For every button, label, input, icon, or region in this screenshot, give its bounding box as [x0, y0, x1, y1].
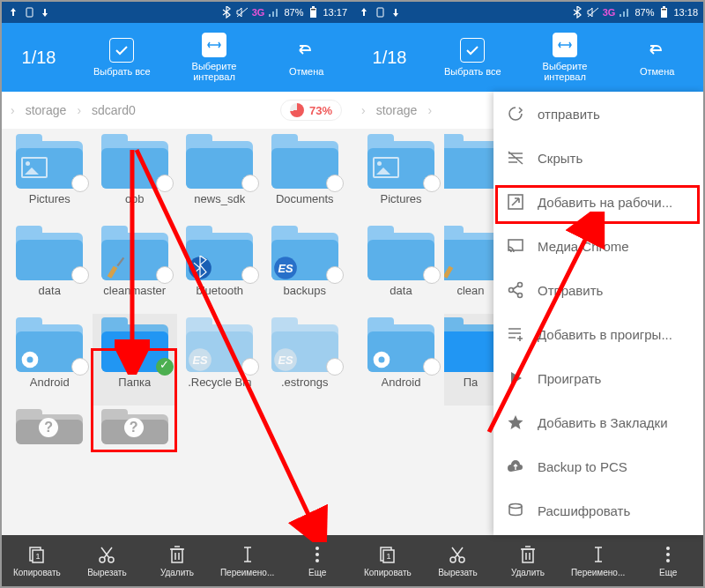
menu-hide[interactable]: Скрыть [494, 136, 703, 180]
select-circle[interactable] [423, 266, 441, 284]
folder-item[interactable]: data [7, 222, 93, 314]
folder-item[interactable]: news_sdk [177, 130, 263, 222]
chevron-right-icon: › [5, 103, 20, 117]
select-circle[interactable] [71, 175, 89, 192]
svg-point-42 [509, 504, 522, 509]
folder-item[interactable] [444, 130, 497, 222]
selection-counter: 1/18 [352, 48, 427, 68]
menu-play[interactable]: Проиграть [494, 356, 703, 400]
rename-button[interactable]: Переимено... [212, 535, 283, 586]
undo-icon [645, 38, 670, 63]
folder-item[interactable]: clean [444, 222, 497, 314]
folder-item[interactable]: Android [7, 314, 93, 406]
folder-item[interactable]: Pictures [358, 130, 444, 222]
more-vert-icon [307, 544, 328, 565]
menu-media-chrome[interactable]: Медиа Chrome [494, 224, 703, 268]
screenshot-right: 3G 87% 13:18 1/18 Выбрать все Выберите и… [352, 2, 703, 586]
menu-backup[interactable]: Backup to PCS [494, 444, 703, 488]
folder-item[interactable]: Pictures [7, 130, 93, 222]
copy-button[interactable]: 1Копировать [352, 535, 423, 586]
cut-button[interactable]: Вырезать [423, 535, 494, 586]
select-all-button[interactable]: Выбрать все [76, 34, 168, 80]
more-button[interactable]: Еще [633, 535, 703, 586]
folder-item[interactable]: ? [93, 406, 178, 448]
menu-share[interactable]: Отправить [494, 268, 703, 312]
select-circle[interactable] [423, 175, 441, 192]
trash-icon [167, 544, 188, 565]
cancel-button[interactable]: Отмена [260, 34, 352, 80]
cut-button[interactable]: Вырезать [72, 535, 143, 586]
hide-icon [506, 148, 525, 167]
select-circle[interactable] [326, 266, 344, 284]
folder-item[interactable]: ? [7, 406, 93, 448]
decrypt-icon [506, 501, 525, 520]
menu-bookmark[interactable]: Добавить в Закладки [494, 400, 703, 444]
bluetooth-icon [220, 6, 233, 19]
breadcrumb-seg[interactable]: storage [371, 103, 423, 117]
svg-point-19 [315, 547, 319, 550]
svg-text:ES: ES [193, 354, 209, 367]
svg-point-27 [379, 357, 385, 363]
svg-point-36 [666, 559, 670, 562]
upload-icon [358, 6, 370, 19]
svg-rect-25 [662, 9, 666, 11]
select-circle[interactable] [326, 175, 344, 192]
select-circle[interactable] [156, 175, 174, 192]
folder-item[interactable]: Documents [263, 130, 348, 222]
folder-item-selected[interactable]: Папка [93, 314, 178, 406]
select-circle-checked[interactable] [156, 358, 174, 376]
folder-item[interactable]: cleanmaster [93, 222, 178, 314]
svg-text:1: 1 [386, 552, 390, 561]
menu-decrypt[interactable]: Расшифровать [494, 488, 703, 532]
menu-send[interactable]: отправить [494, 92, 703, 136]
rename-button[interactable]: Переимено... [563, 535, 634, 586]
broom-icon [103, 256, 128, 280]
select-range-button[interactable]: Выберите интервал [168, 29, 261, 86]
es-badge-icon: ES [188, 347, 212, 372]
select-circle[interactable] [241, 175, 259, 192]
storage-badge[interactable]: 73% [280, 100, 342, 121]
range-icon [553, 33, 577, 57]
folder-item[interactable]: bluetooth [177, 222, 263, 314]
select-circle[interactable] [423, 358, 441, 376]
refresh-icon [506, 104, 525, 123]
select-circle[interactable] [326, 358, 344, 376]
delete-button[interactable]: Удалить [493, 535, 563, 586]
svg-point-8 [27, 357, 33, 363]
upload-icon [7, 6, 19, 19]
delete-button[interactable]: Удалить [142, 535, 212, 586]
folder-item[interactable]: ES.estrongs [263, 314, 348, 406]
folder-item[interactable]: Android [358, 314, 444, 406]
select-circle[interactable] [71, 358, 89, 376]
menu-add-playlist[interactable]: Добавить в проигры... [494, 312, 703, 356]
select-circle[interactable] [241, 266, 259, 284]
check-icon [109, 38, 134, 63]
more-button[interactable]: Еще [282, 535, 352, 586]
select-circle[interactable] [71, 266, 89, 284]
folder-item[interactable]: ES.Recycle Bin [177, 314, 263, 406]
select-all-button[interactable]: Выбрать все [427, 34, 519, 80]
copy-button[interactable]: 1Копировать [2, 535, 72, 586]
folder-item[interactable]: ESbackups [263, 222, 348, 314]
scissors-icon [96, 544, 117, 565]
svg-point-35 [666, 553, 670, 556]
folder-item[interactable]: obb [93, 130, 178, 222]
context-menu: отправить Скрыть Добавить на рабочи... М… [494, 92, 703, 535]
bottom-bar: 1Копировать Вырезать Удалить Переимено..… [2, 535, 352, 586]
breadcrumb-seg[interactable]: storage [20, 103, 72, 117]
cursor-icon [237, 544, 258, 565]
cast-icon [506, 236, 525, 256]
cancel-button[interactable]: Отмена [611, 34, 703, 80]
trash-icon [517, 544, 538, 565]
battery-pct: 87% [284, 7, 303, 18]
copy-icon: 1 [26, 544, 48, 565]
undo-icon [294, 38, 319, 63]
folder-item[interactable]: data [358, 222, 444, 314]
svg-rect-0 [26, 8, 33, 17]
select-circle[interactable] [156, 266, 174, 284]
select-range-button[interactable]: Выберите интервал [519, 29, 612, 86]
menu-add-desktop[interactable]: Добавить на рабочи... [494, 180, 703, 224]
select-circle[interactable] [241, 358, 259, 376]
breadcrumb-seg[interactable]: sdcard0 [86, 103, 141, 117]
folder-item-selected[interactable]: Па [444, 314, 497, 406]
